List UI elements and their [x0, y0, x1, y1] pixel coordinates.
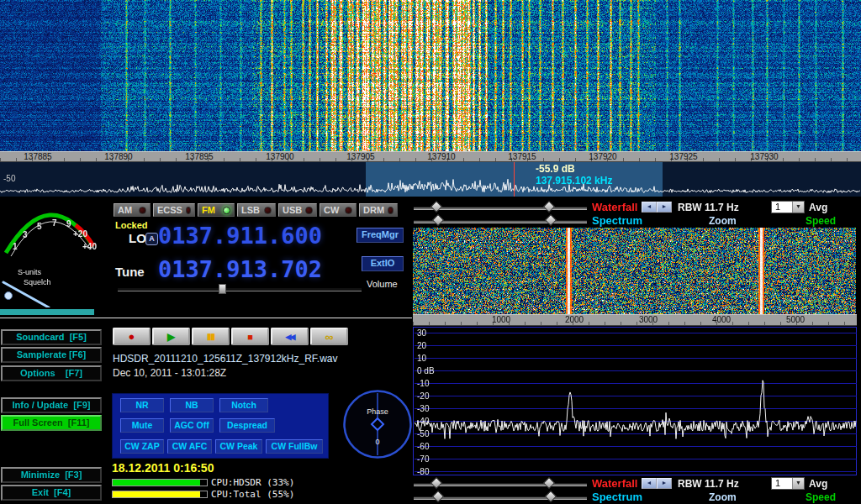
meter-scale-label: 5 — [37, 222, 42, 231]
cw-zap-button[interactable]: CW ZAP — [120, 439, 164, 454]
hdsdr-window: 137885 137890 137895 137900 137905 13791… — [0, 0, 861, 504]
soundcard-button[interactable]: Soundcard [F5] — [1, 329, 102, 345]
info-update-button[interactable]: Info / Update [F9] — [1, 397, 102, 413]
spectrum-label-top: Spectrum — [592, 214, 642, 227]
volume-label: Volume — [367, 279, 398, 289]
avg-dropdown-top[interactable]: 1 ▼ — [771, 201, 805, 213]
meter-scale-label: 3 — [23, 230, 28, 239]
slider-handle[interactable] — [543, 477, 555, 489]
volume-slider[interactable] — [118, 284, 362, 294]
stop-button[interactable]: ■ — [231, 328, 269, 345]
af-waterfall-display[interactable] — [413, 228, 856, 314]
lo-frequency-display[interactable]: 0137.911.600 — [158, 223, 322, 249]
af-ruler-label: 2000 — [565, 315, 584, 325]
mode-lsb[interactable]: LSB — [237, 203, 276, 217]
agc-button[interactable]: AGC Off — [170, 418, 214, 433]
cw-fullbw-button[interactable]: CW FullBw — [266, 439, 323, 454]
ruler-tick-label: 137890 — [104, 152, 132, 162]
zoom-in-button[interactable]: ► — [657, 478, 672, 489]
main-waterfall-display[interactable] — [0, 0, 861, 151]
locked-indicator: Locked — [115, 220, 148, 230]
frequency-ruler[interactable]: 137885 137890 137895 137900 137905 13791… — [0, 151, 861, 162]
meter-scale-label: +20 — [73, 229, 87, 239]
options-button[interactable]: Options [F7] — [1, 365, 102, 381]
dropdown-arrow-icon[interactable]: ▼ — [792, 478, 804, 489]
avg-label-bottom: Avg — [809, 478, 827, 490]
mode-selector: AM ECSS FM LSB USB CW DRM — [114, 203, 398, 217]
mode-label: ECSS — [157, 205, 182, 215]
cpu-total-fill — [113, 491, 200, 497]
phase-scope[interactable]: Phase 0 — [341, 388, 414, 460]
overview-spectrum-trace — [0, 162, 861, 197]
slider-handle[interactable] — [432, 491, 444, 502]
mode-led-icon — [305, 207, 313, 214]
slider-handle[interactable] — [430, 477, 442, 489]
loop-button[interactable]: ∞ — [310, 328, 348, 345]
zoom-out-button[interactable]: ◄ — [642, 202, 657, 213]
avg-dropdown-bottom[interactable]: 1 ▼ — [771, 477, 805, 490]
mode-fm[interactable]: FM — [198, 203, 235, 217]
pause-button[interactable]: ▮▮ — [192, 328, 230, 345]
slider-handle[interactable] — [545, 491, 557, 502]
volume-groove[interactable] — [118, 288, 362, 291]
mode-led-icon — [223, 207, 230, 214]
af-frequency-ruler[interactable]: 1000 2000 3000 4000 5000 — [413, 314, 857, 326]
slider-handle[interactable] — [545, 214, 557, 226]
overview-spectrum[interactable]: -50 -55.9 dB 137.915.102 kHz — [0, 162, 861, 197]
notch-button[interactable]: Notch — [219, 398, 268, 412]
slider-handle[interactable] — [543, 201, 555, 213]
tune-cursor[interactable] — [514, 162, 515, 197]
mode-am[interactable]: AM — [114, 203, 151, 217]
zoom-in-button[interactable]: ► — [657, 202, 672, 213]
squelch-handle[interactable] — [5, 292, 13, 300]
signal-level-bar[interactable] — [0, 307, 412, 318]
db-tick: 20 — [417, 341, 426, 350]
exit-button[interactable]: Exit [F4] — [1, 485, 102, 501]
slider-handle[interactable] — [432, 214, 444, 226]
signal-level-readout: -55.9 dB — [536, 163, 612, 175]
volume-thumb[interactable] — [219, 284, 226, 294]
fullscreen-button[interactable]: Full Screen [F11] — [1, 415, 102, 431]
tune-frequency-display[interactable]: 0137.913.702 — [158, 256, 322, 282]
mode-led-icon — [139, 207, 146, 214]
play-button[interactable]: ▶ — [152, 328, 190, 345]
mode-cw[interactable]: CW — [320, 203, 357, 217]
ruler-tick-label: 137930 — [750, 152, 778, 162]
mode-usb[interactable]: USB — [278, 203, 317, 217]
extio-button[interactable]: ExtIO — [362, 256, 404, 271]
samplerate-button[interactable]: Samplerate [F6] — [1, 347, 102, 363]
dropdown-arrow-icon[interactable]: ▼ — [792, 202, 804, 213]
cursor-frequency-readout: 137.915.102 kHz — [536, 175, 612, 186]
nb-button[interactable]: NB — [170, 398, 214, 412]
meter-scale-label: 9 — [66, 219, 71, 228]
af-spectrum-display[interactable]: 30 20 10 0 dB -10 -20 -30 -40 -50 -60 -7… — [413, 327, 857, 475]
record-button[interactable]: ● — [113, 328, 151, 345]
zoom-out-button[interactable]: ◄ — [642, 478, 657, 489]
ruler-tick-label: 137920 — [589, 152, 616, 162]
db-tick: -30 — [417, 404, 429, 413]
control-panel: 1 3 5 7 9 +20 +40 S-units Squelch Soundc… — [0, 197, 861, 504]
mute-button[interactable]: Mute — [120, 418, 164, 433]
slider-handle[interactable] — [430, 201, 442, 213]
despread-button[interactable]: Despread — [219, 418, 275, 433]
signal-level-fill — [0, 309, 94, 315]
minimize-button[interactable]: Minimize [F3] — [1, 467, 102, 483]
speed-label-bottom: Speed — [806, 491, 836, 503]
mode-led-icon — [186, 207, 191, 214]
ruler-tick-label: 137900 — [266, 152, 293, 162]
mode-ecss[interactable]: ECSS — [153, 203, 195, 217]
nr-button[interactable]: NR — [120, 398, 164, 412]
cpu-total-text: CPU:Total (55%) — [211, 489, 294, 500]
cw-afc-button[interactable]: CW AFC — [167, 439, 212, 454]
meter-scale-label: 1 — [13, 242, 18, 251]
freqmgr-button[interactable]: FreqMgr — [357, 228, 404, 243]
lo-lock-badge[interactable]: A — [145, 233, 158, 245]
db-tick: -60 — [417, 442, 429, 451]
cw-peak-button[interactable]: CW Peak — [215, 439, 262, 454]
loop-icon: ∞ — [325, 330, 334, 344]
mode-label: USB — [283, 205, 302, 215]
avg-label-top: Avg — [809, 202, 827, 213]
mode-drm[interactable]: DRM — [359, 203, 398, 217]
ruler-tick-label: 137905 — [346, 152, 374, 162]
rewind-button[interactable]: ◀◀ — [271, 328, 309, 345]
